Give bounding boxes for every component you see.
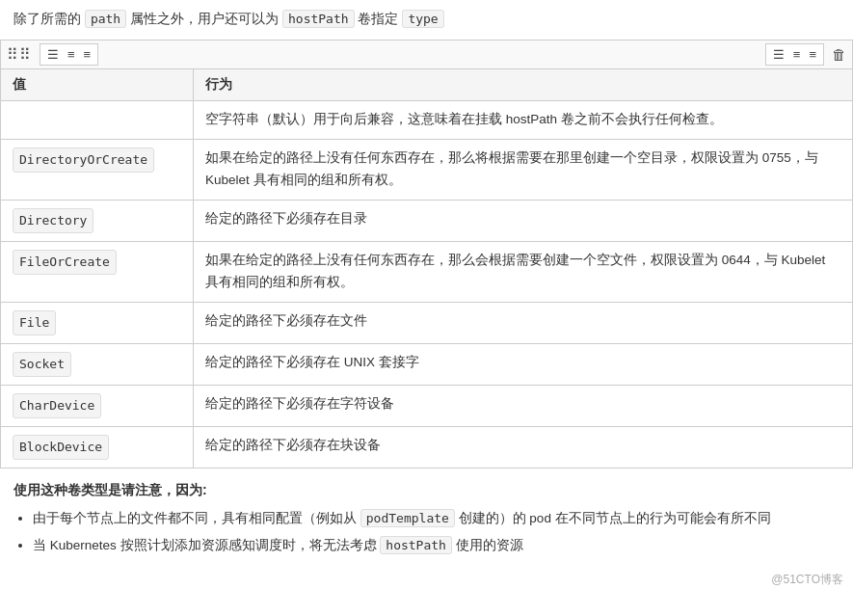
- row-value-chardevice: CharDevice: [1, 385, 194, 426]
- top-note: 除了所需的 path 属性之外，用户还可以为 hostPath 卷指定 type: [0, 0, 853, 40]
- row-behavior-fileorcreate: 如果在给定的路径上没有任何东西存在，那么会根据需要创建一个空文件，权限设置为 0…: [194, 241, 853, 302]
- row-value-empty: [1, 100, 194, 139]
- code-tag-fileorcreate: FileOrCreate: [13, 250, 117, 275]
- code-tag-file: File: [13, 310, 56, 335]
- hostpath-type-table: 值 行为 空字符串（默认）用于向后兼容，这意味着在挂载 hostPath 卷之前…: [0, 68, 853, 469]
- bottom-section: 使用这种卷类型是请注意，因为: 由于每个节点上的文件都不同，具有相同配置（例如从…: [0, 469, 853, 572]
- row-behavior-directoryorcreate: 如果在给定的路径上没有任何东西存在，那么将根据需要在那里创建一个空目录，权限设置…: [194, 139, 853, 200]
- toolbar-align-group-left: ☰ ≡ ≡: [40, 43, 98, 66]
- row-behavior-chardevice: 给定的路径下必须存在字符设备: [194, 385, 853, 426]
- table-row: Directory 给定的路径下必须存在目录: [1, 200, 853, 241]
- table-toolbar: ⠿⠿ ☰ ≡ ≡ ☰ ≡ ≡ 🗑: [0, 40, 853, 68]
- list-item: 由于每个节点上的文件都不同，具有相同配置（例如从 podTemplate 创建的…: [33, 507, 840, 530]
- code-tag-blockdevice: BlockDevice: [13, 435, 109, 460]
- align-center2-icon[interactable]: ≡: [790, 46, 804, 63]
- row-behavior-empty: 空字符串（默认）用于向后兼容，这意味着在挂载 hostPath 卷之前不会执行任…: [194, 100, 853, 139]
- table-row: File 给定的路径下必须存在文件: [1, 302, 853, 343]
- row-behavior-blockdevice: 给定的路径下必须存在块设备: [194, 426, 853, 468]
- hostpath-code2: hostPath: [380, 536, 452, 554]
- path-code: path: [85, 10, 126, 28]
- table-header-row: 值 行为: [1, 68, 853, 100]
- row-value-socket: Socket: [1, 343, 194, 385]
- code-tag-chardevice: CharDevice: [13, 393, 101, 418]
- list-item: 当 Kubernetes 按照计划添加资源感知调度时，将无法考虑 hostPat…: [33, 534, 840, 557]
- row-value-directoryorcreate: DirectoryOrCreate: [1, 139, 194, 200]
- row-value-blockdevice: BlockDevice: [1, 426, 194, 468]
- table-row: DirectoryOrCreate 如果在给定的路径上没有任何东西存在，那么将根…: [1, 139, 853, 200]
- align-right-icon[interactable]: ≡: [81, 46, 94, 63]
- toolbar-align-group-right: ☰ ≡ ≡: [765, 43, 824, 66]
- warning-title: 使用这种卷类型是请注意，因为:: [13, 482, 840, 499]
- row-value-file: File: [1, 302, 194, 343]
- code-tag-socket: Socket: [13, 352, 71, 377]
- drag-handle-icon[interactable]: ⠿⠿: [7, 45, 32, 64]
- align-center-icon[interactable]: ≡: [65, 46, 78, 63]
- table-row: 空字符串（默认）用于向后兼容，这意味着在挂载 hostPath 卷之前不会执行任…: [1, 100, 853, 139]
- align-left-icon[interactable]: ☰: [44, 46, 62, 63]
- table-row: CharDevice 给定的路径下必须存在字符设备: [1, 385, 853, 426]
- col-header-behavior: 行为: [194, 68, 853, 100]
- row-value-directory: Directory: [1, 200, 194, 241]
- code-tag-directory: Directory: [13, 208, 93, 233]
- row-behavior-directory: 给定的路径下必须存在目录: [194, 200, 853, 241]
- code-tag-directoryorcreate: DirectoryOrCreate: [13, 147, 154, 173]
- row-behavior-file: 给定的路径下必须存在文件: [194, 302, 853, 343]
- hostpath-code: hostPath: [282, 10, 355, 28]
- row-value-fileorcreate: FileOrCreate: [1, 241, 194, 302]
- col-header-value: 值: [1, 68, 194, 100]
- podtemplate-code: podTemplate: [360, 509, 455, 527]
- align-right2-icon[interactable]: ≡: [806, 46, 819, 63]
- align-left2-icon[interactable]: ☰: [770, 46, 787, 63]
- row-behavior-socket: 给定的路径下必须存在 UNIX 套接字: [194, 343, 853, 385]
- warning-list: 由于每个节点上的文件都不同，具有相同配置（例如从 podTemplate 创建的…: [13, 507, 840, 558]
- table-row: Socket 给定的路径下必须存在 UNIX 套接字: [1, 343, 853, 385]
- watermark: @51CTO博客: [0, 572, 853, 594]
- type-code: type: [402, 10, 443, 28]
- table-row: BlockDevice 给定的路径下必须存在块设备: [1, 426, 853, 468]
- table-row: FileOrCreate 如果在给定的路径上没有任何东西存在，那么会根据需要创建…: [1, 241, 853, 302]
- delete-table-icon[interactable]: 🗑: [832, 46, 846, 63]
